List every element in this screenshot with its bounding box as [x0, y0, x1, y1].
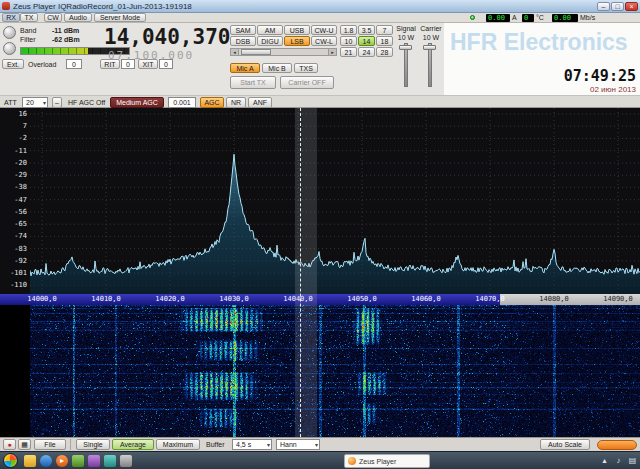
frequency-tick-label: 14000,0	[21, 295, 63, 303]
close-button[interactable]: ×	[625, 2, 638, 11]
temperature-readout: 0	[522, 14, 534, 22]
auto-scale-button[interactable]: Auto Scale	[540, 439, 590, 450]
titlebar: Zeus Player IQRadioRecord_01-Jun-2013-19…	[0, 0, 640, 13]
maximum-button[interactable]: Maximum	[156, 439, 200, 450]
mic-a-button[interactable]: Mic A	[230, 63, 260, 73]
mode-button-cw-l[interactable]: CW-L	[311, 36, 337, 46]
single-button[interactable]: Single	[76, 439, 110, 450]
mode-button-digu[interactable]: DIGU	[257, 36, 283, 46]
carrier-slider-thumb[interactable]	[423, 45, 436, 50]
scrollbar-thumb[interactable]	[241, 49, 271, 55]
control-panel: Band -11 dBm Filter -62 dBm Ext. Overloa…	[0, 23, 640, 95]
signal-slider-value: 10 W	[394, 34, 418, 41]
frequency-tick-label: 14080,0	[533, 295, 575, 303]
current-readout: 0.00	[486, 14, 510, 22]
db-axis-label: -11	[1, 147, 27, 155]
band-button-10[interactable]: 10	[340, 36, 357, 46]
brand-text: HFR Electronics	[450, 29, 628, 56]
minimize-button[interactable]: –	[597, 2, 610, 11]
image-viewer-icon[interactable]	[88, 455, 100, 467]
tab-server-mode[interactable]: Server Mode	[94, 13, 146, 22]
datarate-readout: 0.00	[552, 14, 578, 22]
agc-speed-button[interactable]: Medium AGC	[110, 97, 164, 108]
record-icon[interactable]: ●	[3, 439, 16, 450]
settings-grid-icon[interactable]: ▦	[18, 439, 31, 450]
browser-icon[interactable]	[40, 455, 52, 467]
tab-tx[interactable]: TX	[20, 13, 38, 22]
notepad-icon[interactable]	[104, 455, 116, 467]
mode-button-dsb[interactable]: DSB	[230, 36, 256, 46]
tab-rx[interactable]: RX	[2, 13, 20, 22]
db-axis-label: -65	[1, 220, 27, 228]
vfo-b-frequency[interactable]: 07,100,000	[108, 49, 194, 62]
app-button-label: Zeus Player	[359, 458, 396, 465]
folder-icon[interactable]	[24, 455, 36, 467]
taskbar-app-button[interactable]: Zeus Player	[344, 454, 430, 468]
band-meter-value: -11 dBm	[52, 27, 79, 34]
volume-knob[interactable]	[3, 42, 16, 55]
mode-button-sam[interactable]: SAM	[230, 25, 256, 35]
waterfall-panel[interactable]	[0, 305, 640, 437]
db-axis-label: -38	[1, 183, 27, 191]
waterfall-canvas[interactable]	[30, 305, 640, 437]
carrier-slider-label: Carrier	[418, 25, 444, 32]
clock-time: 07:49:25	[564, 67, 636, 85]
band-button-21[interactable]: 21	[340, 47, 357, 57]
hidden-icons-chevron-icon[interactable]: ▴	[599, 455, 610, 466]
spectrum-trace[interactable]	[30, 108, 640, 294]
anf-button[interactable]: ANF	[248, 97, 272, 108]
volume-icon[interactable]: ♪	[613, 455, 624, 466]
agc-mode-label: HF AGC Off	[68, 99, 105, 106]
agc-value-box[interactable]: 0.001	[168, 97, 196, 108]
band-button-1.8[interactable]: 1.8	[340, 25, 357, 35]
maximize-button[interactable]: □	[611, 2, 624, 11]
nr-button[interactable]: NR	[226, 97, 246, 108]
mode-button-am[interactable]: AM	[257, 25, 283, 35]
scroll-left-icon[interactable]: ◂	[231, 49, 239, 55]
frequency-tick-label: 14020,0	[149, 295, 191, 303]
band-button-14[interactable]: 14	[358, 36, 375, 46]
brand-badge	[597, 440, 637, 450]
calculator-icon[interactable]	[120, 455, 132, 467]
file-button[interactable]: File	[34, 439, 66, 450]
mode-button-cw-u[interactable]: CW-U	[311, 25, 337, 35]
mode-button-lsb[interactable]: LSB	[284, 36, 310, 46]
txs-button[interactable]: TXS	[294, 63, 318, 73]
spectrum-panel[interactable]: 167-2-11-20-29-38-47-56-65-74-83-92-101-…	[0, 108, 640, 294]
carrier-off-button[interactable]: Carrier OFF	[280, 76, 334, 89]
average-button[interactable]: Average	[112, 439, 154, 450]
frequency-scale[interactable]: 14000,014010,014020,014030,014040,014050…	[0, 294, 640, 305]
db-axis-label: -56	[1, 208, 27, 216]
agc-toggle-button[interactable]: AGC	[200, 97, 224, 108]
vfo-a-frequency[interactable]: 14,040,370	[104, 25, 230, 49]
mode-button-usb[interactable]: USB	[284, 25, 310, 35]
mic-b-button[interactable]: Mic B	[262, 63, 292, 73]
buffer-select[interactable]: 4,5 s	[232, 439, 272, 450]
start-button[interactable]	[3, 453, 18, 468]
window-title: Zeus Player IQRadioRecord_01-Jun-2013-19…	[13, 2, 596, 11]
mail-icon[interactable]	[72, 455, 84, 467]
band-button-grid: 1.83.57101418212428	[340, 25, 393, 58]
tune-knob[interactable]	[3, 26, 16, 39]
datarate-unit: Mb/s	[580, 14, 595, 21]
band-button-7[interactable]: 7	[376, 25, 393, 35]
db-axis-label: 7	[1, 122, 27, 130]
network-icon[interactable]: ▤	[627, 455, 638, 466]
band-button-24[interactable]: 24	[358, 47, 375, 57]
media-player-icon[interactable]: ▸	[56, 455, 68, 467]
tab-audio[interactable]: Audio	[64, 13, 92, 22]
band-button-3.5[interactable]: 3.5	[358, 25, 375, 35]
scroll-right-icon[interactable]: ▸	[328, 49, 336, 55]
att-select[interactable]: 20	[22, 97, 48, 108]
att-minus-button[interactable]: –	[52, 97, 62, 108]
band-button-28[interactable]: 28	[376, 47, 393, 57]
window-function-select[interactable]: Hann	[276, 439, 320, 450]
signal-slider-thumb[interactable]	[399, 45, 412, 50]
frequency-tick-label: 14010,0	[85, 295, 127, 303]
band-button-18[interactable]: 18	[376, 36, 393, 46]
agc-row: ATT 20 – HF AGC Off Medium AGC 0.001 AGC…	[0, 95, 640, 108]
mode-scrollbar[interactable]: ◂ ▸	[230, 48, 337, 56]
start-tx-button[interactable]: Start TX	[230, 76, 276, 89]
tab-cw[interactable]: CW	[44, 13, 62, 22]
ext-button[interactable]: Ext.	[2, 59, 24, 69]
